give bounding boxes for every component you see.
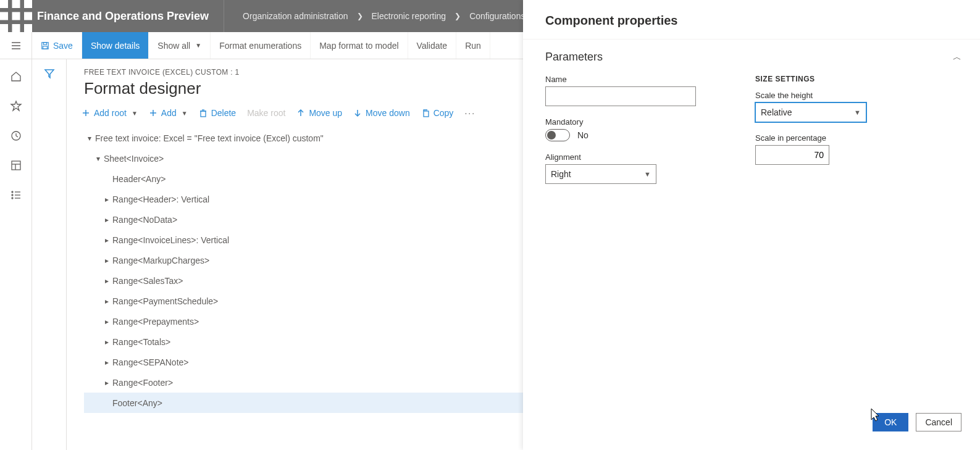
delete-button[interactable]: Delete bbox=[199, 108, 236, 118]
trash-icon bbox=[199, 109, 207, 117]
caret-down-icon[interactable] bbox=[84, 134, 95, 143]
tree-node-label: Range<NoData> bbox=[112, 215, 177, 225]
caret-right-icon[interactable] bbox=[101, 236, 112, 244]
alignment-label: Alignment bbox=[545, 152, 718, 162]
hamburger-icon[interactable] bbox=[0, 32, 32, 59]
tree-node-label: Sheet<Invoice> bbox=[104, 154, 164, 164]
caret-right-icon[interactable] bbox=[101, 358, 112, 367]
mandatory-field: Mandatory No bbox=[545, 117, 718, 141]
breadcrumb-item[interactable]: Configurations bbox=[469, 11, 525, 21]
size-settings-heading: SIZE SETTINGS bbox=[755, 75, 891, 83]
add-root-button[interactable]: Add root ▼ bbox=[82, 108, 138, 118]
chevron-down-icon: ▼ bbox=[182, 110, 188, 117]
run-button[interactable]: Run bbox=[456, 32, 490, 59]
scale-percent-field: Scale in percentage bbox=[755, 133, 891, 165]
show-details-button[interactable]: Show details bbox=[82, 32, 149, 59]
scale-percent-input[interactable] bbox=[755, 145, 829, 165]
caret-down-icon[interactable] bbox=[93, 154, 104, 163]
chevron-down-icon: ▼ bbox=[195, 42, 201, 49]
app-launcher-icon[interactable] bbox=[0, 0, 32, 32]
home-icon[interactable] bbox=[9, 69, 23, 84]
chevron-down-icon: ▼ bbox=[644, 170, 651, 178]
cancel-button[interactable]: Cancel bbox=[916, 413, 961, 431]
chevron-right-icon: ❯ bbox=[454, 12, 461, 20]
save-button[interactable]: Save bbox=[32, 32, 82, 59]
move-down-button[interactable]: Move down bbox=[353, 108, 410, 118]
tree-node-label: Range<InvoiceLines>: Vertical bbox=[112, 235, 229, 245]
plus-icon bbox=[149, 109, 157, 117]
svg-rect-3 bbox=[0, 12, 8, 20]
caret-right-icon[interactable] bbox=[101, 195, 112, 204]
copy-button[interactable]: Copy bbox=[421, 108, 454, 118]
format-enumerations-button[interactable]: Format enumerations bbox=[211, 32, 311, 59]
tree-node-label: Range<PaymentSchedule> bbox=[112, 296, 218, 306]
make-root-button: Make root bbox=[247, 108, 285, 118]
caret-right-icon[interactable] bbox=[101, 317, 112, 326]
breadcrumb-item[interactable]: Organization administration bbox=[243, 11, 348, 21]
svg-point-19 bbox=[12, 191, 13, 193]
save-label: Save bbox=[53, 41, 73, 51]
tree-node-label: Range<MarkupCharges> bbox=[112, 256, 209, 265]
filter-icon[interactable] bbox=[44, 68, 55, 450]
caret-right-icon[interactable] bbox=[101, 256, 112, 265]
collapse-section-icon[interactable]: ︿ bbox=[953, 52, 961, 63]
ok-button[interactable]: OK bbox=[873, 413, 908, 431]
caret-right-icon[interactable] bbox=[101, 215, 112, 224]
filter-column bbox=[32, 59, 67, 450]
tree-node-label: Range<Footer> bbox=[112, 378, 173, 388]
tree-node-label: Free text invoice: Excel = "Free text in… bbox=[95, 133, 324, 143]
caret-right-icon[interactable] bbox=[101, 277, 112, 285]
scale-height-select[interactable]: Relative ▼ bbox=[755, 102, 866, 122]
svg-rect-8 bbox=[24, 24, 32, 32]
favorite-icon[interactable] bbox=[9, 99, 23, 114]
breadcrumb-item[interactable]: Electronic reporting bbox=[372, 11, 446, 21]
move-up-button[interactable]: Move up bbox=[296, 108, 342, 118]
svg-point-21 bbox=[12, 194, 13, 196]
delete-label: Delete bbox=[211, 108, 236, 118]
svg-rect-1 bbox=[12, 0, 20, 8]
name-input[interactable] bbox=[545, 86, 696, 106]
svg-rect-5 bbox=[24, 12, 32, 20]
parameters-section-title: Parameters bbox=[545, 51, 603, 64]
tree-node-label: Header<Any> bbox=[112, 174, 165, 184]
map-format-label: Map format to model bbox=[319, 41, 398, 51]
add-root-label: Add root bbox=[94, 108, 127, 118]
validate-button[interactable]: Validate bbox=[408, 32, 457, 59]
caret-right-icon[interactable] bbox=[101, 297, 112, 306]
tree-node-label: Range<SEPANote> bbox=[112, 357, 189, 367]
map-format-button[interactable]: Map format to model bbox=[311, 32, 408, 59]
arrow-up-icon bbox=[296, 109, 305, 117]
alignment-field: Alignment Right ▼ bbox=[545, 152, 718, 184]
alignment-select[interactable]: Right ▼ bbox=[545, 164, 656, 184]
caret-right-icon[interactable] bbox=[101, 378, 112, 387]
svg-rect-2 bbox=[24, 0, 32, 8]
caret-right-icon[interactable] bbox=[101, 338, 112, 346]
svg-rect-29 bbox=[201, 111, 206, 117]
name-label: Name bbox=[545, 75, 718, 84]
tree-node-label: Range<SalesTax> bbox=[112, 276, 183, 286]
breadcrumb: Organization administration ❯ Electronic… bbox=[224, 11, 525, 21]
tree-node-label: Range<Totals> bbox=[112, 337, 170, 347]
move-up-label: Move up bbox=[309, 108, 342, 118]
make-root-label: Make root bbox=[247, 108, 285, 118]
add-label: Add bbox=[161, 108, 177, 118]
tree-node-label: Range<Header>: Vertical bbox=[112, 194, 209, 204]
add-button[interactable]: Add ▼ bbox=[149, 108, 188, 118]
workspace-icon[interactable] bbox=[9, 158, 23, 173]
panel-title: Component properties bbox=[523, 0, 980, 40]
svg-rect-4 bbox=[12, 12, 20, 20]
chevron-down-icon: ▼ bbox=[854, 109, 861, 116]
show-all-button[interactable]: Show all ▼ bbox=[149, 32, 211, 59]
mandatory-toggle[interactable] bbox=[545, 129, 570, 141]
chevron-right-icon: ❯ bbox=[357, 12, 363, 20]
modules-icon[interactable] bbox=[9, 188, 23, 202]
svg-rect-16 bbox=[12, 161, 20, 170]
recent-icon[interactable] bbox=[9, 128, 23, 143]
show-details-label: Show details bbox=[91, 41, 140, 51]
save-icon bbox=[41, 41, 49, 50]
svg-rect-34 bbox=[424, 111, 429, 117]
svg-rect-6 bbox=[0, 24, 8, 32]
validate-label: Validate bbox=[417, 41, 448, 51]
mandatory-value: No bbox=[577, 130, 588, 140]
overflow-button[interactable]: ··· bbox=[464, 108, 475, 118]
